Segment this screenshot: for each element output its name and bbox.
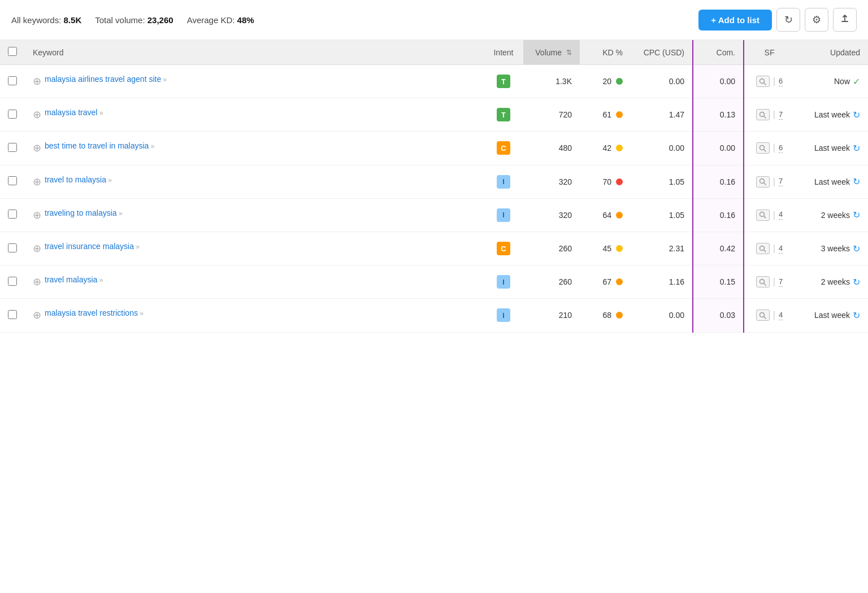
updated-refresh-icon[interactable]: ↻ (853, 210, 860, 220)
updated-text: 2 weeks (821, 211, 850, 220)
updated-refresh-icon[interactable]: ↻ (853, 310, 860, 321)
row-checkbox-cell (0, 165, 25, 198)
keyword-arrows: » (149, 142, 154, 150)
keyword-link[interactable]: ⊕malaysia travel » (33, 107, 476, 122)
add-keyword-icon[interactable]: ⊕ (33, 308, 41, 322)
updated-refresh-icon[interactable]: ↻ (853, 277, 860, 287)
table-row: ⊕malaysia travel »T720611.470.13|7Last w… (0, 98, 868, 132)
sf-divider: | (773, 177, 775, 187)
row-checkbox[interactable] (8, 277, 17, 286)
col-header-checkbox (0, 40, 25, 65)
sf-search-icon[interactable] (756, 176, 770, 188)
sf-search-icon[interactable] (756, 210, 770, 221)
col-header-volume[interactable]: Volume ⇅ (523, 40, 580, 65)
header-bar: All keywords: 8.5K Total volume: 23,260 … (0, 0, 868, 40)
add-keyword-icon[interactable]: ⊕ (33, 208, 41, 223)
updated-refresh-icon[interactable]: ↻ (853, 143, 860, 154)
table-row: ⊕best time to travel in malaysia »C48042… (0, 132, 868, 165)
row-checkbox[interactable] (8, 176, 17, 185)
keyword-cell: ⊕traveling to malaysia » (25, 198, 484, 232)
com-cell: 0.16 (693, 198, 744, 232)
avg-kd-stat: Average KD: 48% (187, 15, 254, 25)
com-cell: 0.16 (693, 165, 744, 198)
select-all-checkbox[interactable] (8, 47, 17, 56)
keyword-link[interactable]: ⊕travel malaysia » (33, 274, 476, 289)
sf-search-icon[interactable] (756, 142, 770, 154)
kd-cell: 61 (580, 98, 631, 132)
intent-badge: T (497, 75, 510, 88)
intent-badge: I (497, 208, 510, 222)
intent-badge: C (497, 141, 510, 155)
keyword-link[interactable]: ⊕malaysia airlines travel agent site » (33, 74, 476, 89)
sf-cell: |4 (744, 299, 795, 332)
keyword-link[interactable]: ⊕travel to malaysia » (33, 175, 476, 189)
sf-number: 7 (779, 277, 783, 287)
intent-cell: I (484, 265, 523, 299)
all-keywords-stat: All keywords: 8.5K (11, 15, 81, 25)
sf-search-icon[interactable] (756, 276, 770, 287)
keyword-link[interactable]: ⊕traveling to malaysia » (33, 208, 476, 223)
add-keyword-icon[interactable]: ⊕ (33, 275, 41, 289)
keyword-link[interactable]: ⊕best time to travel in malaysia » (33, 141, 476, 155)
keyword-arrows: » (138, 309, 144, 317)
sf-search-icon[interactable] (756, 243, 770, 254)
sf-divider: | (773, 110, 775, 120)
row-checkbox-cell (0, 198, 25, 232)
row-checkbox[interactable] (8, 110, 17, 119)
keyword-arrows: » (117, 210, 123, 217)
updated-cell: Last week↻ (795, 98, 868, 132)
sf-search-icon[interactable] (756, 109, 770, 120)
keyword-link[interactable]: ⊕travel insurance malaysia » (33, 241, 476, 256)
com-cell: 0.13 (693, 98, 744, 132)
volume-sort-icon: ⇅ (566, 49, 572, 56)
keyword-text: malaysia airlines travel agent site » (45, 74, 167, 85)
svg-line-13 (764, 283, 766, 285)
row-checkbox[interactable] (8, 143, 17, 152)
svg-line-11 (764, 250, 766, 252)
sf-search-icon[interactable] (756, 309, 770, 321)
export-icon (840, 14, 849, 26)
keywords-table-container: Keyword Intent Volume ⇅ KD % (0, 40, 868, 333)
keyword-arrows: » (97, 276, 103, 284)
row-checkbox[interactable] (8, 210, 17, 219)
row-checkbox[interactable] (8, 243, 17, 252)
keyword-arrows: » (106, 176, 112, 184)
kd-cell: 70 (580, 165, 631, 198)
keyword-text: malaysia travel restrictions » (45, 308, 144, 319)
add-keyword-icon[interactable]: ⊕ (33, 75, 41, 89)
add-to-list-button[interactable]: + Add to list (698, 10, 772, 30)
updated-refresh-icon[interactable]: ↻ (853, 110, 860, 120)
kd-dot (616, 145, 623, 151)
updated-text: Last week (814, 143, 850, 152)
row-checkbox-cell (0, 132, 25, 165)
kd-value: 45 (602, 244, 611, 253)
col-header-sf: SF (744, 40, 795, 65)
sf-search-icon[interactable] (756, 76, 770, 87)
add-keyword-icon[interactable]: ⊕ (33, 175, 41, 189)
intent-badge: I (497, 308, 510, 322)
sf-divider: | (773, 210, 775, 220)
row-checkbox[interactable] (8, 76, 17, 85)
intent-badge: I (497, 175, 510, 189)
intent-cell: T (484, 98, 523, 132)
settings-button[interactable]: ⚙ (805, 8, 828, 32)
keyword-text: travel to malaysia » (45, 175, 112, 186)
kd-cell: 64 (580, 198, 631, 232)
updated-cell: Last week↻ (795, 299, 868, 332)
updated-refresh-icon[interactable]: ↻ (853, 243, 860, 254)
add-keyword-icon[interactable]: ⊕ (33, 108, 41, 122)
export-button[interactable] (833, 8, 857, 32)
updated-refresh-icon[interactable]: ↻ (853, 176, 860, 187)
add-keyword-icon[interactable]: ⊕ (33, 242, 41, 256)
add-keyword-icon[interactable]: ⊕ (33, 141, 41, 155)
sf-number: 6 (779, 143, 783, 153)
keyword-cell: ⊕travel insurance malaysia » (25, 232, 484, 265)
sf-divider: | (773, 310, 775, 320)
intent-cell: I (484, 299, 523, 332)
intent-cell: I (484, 165, 523, 198)
keyword-arrows: » (134, 243, 140, 251)
keyword-link[interactable]: ⊕malaysia travel restrictions » (33, 308, 476, 322)
col-header-cpc: CPC (USD) (631, 40, 693, 65)
row-checkbox[interactable] (8, 310, 17, 319)
refresh-button[interactable]: ↻ (776, 8, 800, 32)
